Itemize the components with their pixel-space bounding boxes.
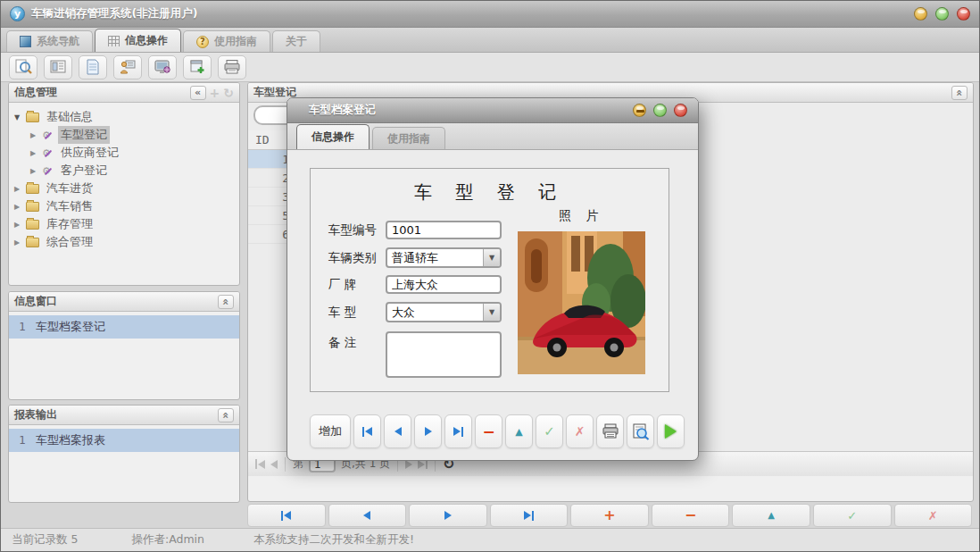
tab-about[interactable]: 关于: [272, 30, 320, 52]
form-title: 车 型 登 记: [311, 180, 669, 205]
last-record-button[interactable]: [490, 504, 569, 527]
field-remark: 备 注: [328, 331, 502, 378]
vehicle-photo: [518, 231, 645, 374]
close-button[interactable]: [957, 7, 970, 21]
folder-icon: [26, 238, 39, 247]
model-select[interactable]: 大众 ▼: [386, 302, 502, 322]
app-window: y 车辆进销存管理系统(非注册用户) 系统导航 信息操作 ? 使用指南 关于: [0, 0, 980, 552]
app-title: 车辆进销存管理系统(非注册用户): [31, 6, 197, 21]
tree-expand-icon[interactable]: ▶: [12, 238, 21, 247]
blue-square-icon: [20, 36, 31, 47]
next-record-button[interactable]: [409, 504, 487, 527]
confirm-record-button[interactable]: ✓: [813, 504, 892, 527]
tree-expand-icon[interactable]: ▶: [29, 167, 37, 175]
tree-item-vehicle-model[interactable]: ▶ ⚙ 车型登记: [12, 126, 236, 144]
gear-pencil-icon: ⚙: [42, 165, 54, 177]
collapse-left-icon[interactable]: «: [190, 86, 206, 100]
tree-expand-icon[interactable]: ▶: [12, 185, 21, 193]
field-label: 备 注: [328, 331, 386, 351]
tree-item-base-info[interactable]: ▼ 基础信息: [12, 108, 236, 126]
tree-item-purchase[interactable]: ▶ 汽车进货: [12, 180, 236, 197]
page-prev-icon[interactable]: [270, 460, 278, 469]
window-add-icon[interactable]: [183, 55, 212, 79]
minimize-button[interactable]: [914, 7, 927, 21]
document-icon[interactable]: [79, 55, 107, 79]
dialog-close-button[interactable]: [674, 104, 687, 117]
delete-button[interactable]: −: [475, 414, 502, 448]
app-logo-icon: y: [10, 6, 25, 21]
model-code-input[interactable]: [386, 221, 502, 239]
dialog-title: 车型档案登记: [309, 103, 376, 118]
remark-textarea[interactable]: [386, 331, 502, 378]
first-button[interactable]: [353, 414, 381, 448]
tree-item-customer[interactable]: ▶ ⚙ 客户登记: [12, 162, 236, 180]
print-button[interactable]: [596, 414, 624, 448]
tree-item-supplier[interactable]: ▶ ⚙ 供应商登记: [12, 144, 236, 162]
dialog-tab-info-operate[interactable]: 信息操作: [296, 124, 370, 149]
cancel-button[interactable]: ✗: [566, 414, 594, 448]
dialog-minimize-button[interactable]: [633, 104, 646, 117]
chevron-down-icon[interactable]: ▼: [483, 249, 500, 266]
dialog-tab-bar: 信息操作 使用指南: [287, 123, 698, 150]
report-output-item[interactable]: 1 车型档案报表: [9, 429, 239, 452]
user-board-icon[interactable]: [113, 55, 142, 79]
tree-expand-icon[interactable]: ▶: [12, 221, 21, 229]
delete-record-button[interactable]: −: [652, 504, 730, 527]
dialog-controls: [633, 104, 687, 117]
page-first-icon[interactable]: [255, 459, 265, 469]
photo-label: 照 片: [518, 208, 645, 224]
maximize-button[interactable]: [935, 7, 949, 21]
collapse-up-icon[interactable]: «: [218, 295, 234, 309]
item-number: 1: [9, 321, 36, 333]
add-button[interactable]: 增加: [310, 414, 351, 448]
operator-label: 操作者:Admin: [131, 532, 204, 548]
info-window-item[interactable]: 1 车型档案登记: [9, 315, 239, 339]
form-list-icon[interactable]: [44, 55, 72, 79]
field-brand: 厂 牌: [328, 275, 502, 294]
field-label: 车型编号: [328, 222, 386, 238]
page-next-icon[interactable]: [405, 460, 412, 469]
add-icon[interactable]: +: [210, 86, 220, 100]
field-model-code: 车型编号: [328, 221, 502, 239]
tab-system-nav[interactable]: 系统导航: [6, 30, 93, 52]
dialog-maximize-button[interactable]: [653, 104, 667, 117]
collapse-up-icon[interactable]: «: [951, 86, 968, 100]
brand-input[interactable]: [386, 275, 502, 294]
info-manage-panel: 信息管理 « + ↻ ▼ 基础信息 ▶ ⚙ 车型登记 ▶ ⚙ 供应商登记: [8, 82, 240, 286]
field-label: 车 型: [328, 305, 386, 321]
printer-icon[interactable]: [218, 55, 246, 79]
tab-info-operate[interactable]: 信息操作: [95, 29, 181, 52]
monitor-globe-icon[interactable]: [148, 55, 177, 79]
run-button[interactable]: [657, 414, 685, 448]
dialog-tab-user-guide[interactable]: 使用指南: [372, 127, 445, 149]
tree-expand-icon[interactable]: ▶: [29, 131, 37, 139]
preview-button[interactable]: [627, 414, 654, 448]
tree-item-comprehensive[interactable]: ▶ 综合管理: [12, 233, 236, 251]
prev-record-button[interactable]: [328, 504, 407, 527]
tree-expand-icon[interactable]: ▶: [29, 149, 37, 157]
confirm-button[interactable]: ✓: [536, 414, 563, 448]
title-bar: y 车辆进销存管理系统(非注册用户): [1, 1, 979, 28]
add-record-button[interactable]: +: [570, 504, 649, 527]
edit-button[interactable]: ▲: [505, 414, 533, 448]
vehicle-category-select[interactable]: 普通轿车 ▼: [386, 247, 502, 268]
first-record-button[interactable]: [247, 504, 326, 527]
refresh-icon[interactable]: ↻: [223, 86, 234, 100]
tab-user-guide[interactable]: ? 使用指南: [183, 30, 270, 52]
tree-item-sales[interactable]: ▶ 汽车销售: [12, 197, 236, 215]
edit-record-button[interactable]: ▲: [732, 504, 810, 527]
tree-item-inventory[interactable]: ▶ 库存管理: [12, 215, 236, 233]
printer-icon: [602, 423, 619, 439]
next-button[interactable]: [414, 414, 442, 448]
tree-expand-icon[interactable]: ▼: [12, 113, 21, 121]
search-icon[interactable]: [9, 55, 37, 79]
prev-button[interactable]: [384, 414, 411, 448]
gear-pencil-icon: ⚙: [42, 147, 54, 159]
field-vehicle-category: 车辆类别 普通轿车 ▼: [328, 247, 502, 268]
cancel-record-button[interactable]: ✗: [894, 504, 973, 527]
collapse-up-icon[interactable]: «: [218, 408, 234, 422]
tree-label: 客户登记: [58, 162, 110, 180]
tree-expand-icon[interactable]: ▶: [12, 203, 21, 211]
last-button[interactable]: [444, 414, 472, 448]
chevron-down-icon[interactable]: ▼: [483, 304, 500, 321]
